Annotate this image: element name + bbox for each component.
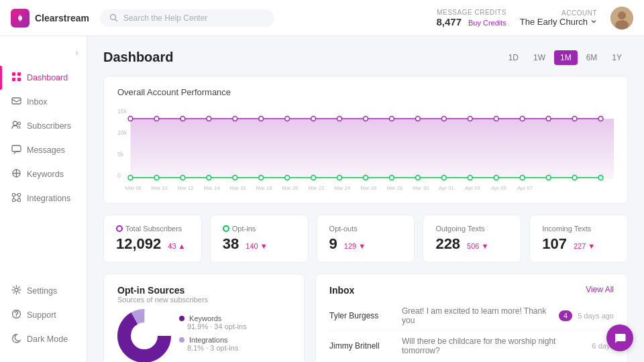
account-name[interactable]: The Early Church — [520, 17, 597, 27]
inbox-icon — [11, 96, 21, 108]
stat-incoming: Incoming Texts 107 227 ▼ — [529, 215, 628, 263]
svg-point-48 — [207, 176, 211, 180]
svg-point-61 — [546, 176, 551, 180]
chat-widget[interactable] — [606, 324, 633, 351]
sidebar-item-subscribers[interactable]: Subscribers — [0, 114, 87, 138]
stat-change-subscribers: 43 ▲ — [168, 242, 185, 250]
view-all-link[interactable]: View All — [586, 285, 614, 294]
svg-point-50 — [259, 176, 264, 180]
svg-rect-7 — [17, 72, 21, 76]
sidebar-item-dashboard[interactable]: Dashboard — [0, 66, 87, 90]
stat-change-outgoing: 506 ▼ — [467, 242, 488, 250]
filter-6m[interactable]: 6M — [580, 50, 604, 65]
svg-text:Apr 01: Apr 01 — [439, 185, 454, 191]
sidebar-label-dark-mode: Dark Mode — [27, 335, 68, 344]
filter-1w[interactable]: 1W — [527, 50, 551, 65]
inbox-message-2[interactable]: Jimmy Britnell Will there be childcare f… — [329, 331, 614, 361]
svg-text:Apr 05: Apr 05 — [491, 185, 507, 191]
stat-outgoing: Outgoing Texts 228 506 ▼ — [423, 215, 521, 263]
performance-chart-section: Overall Account Performance 15k 10k 5k 0 — [103, 76, 628, 204]
opt-in-header: Opt-in Sources Sources of new subscriber… — [117, 285, 290, 304]
sidebar-label-keywords: Keywords — [27, 170, 64, 179]
svg-line-2 — [115, 19, 117, 22]
sidebar-item-dark-mode[interactable]: Dark Mode — [0, 327, 87, 351]
sidebar-label-support: Support — [27, 310, 56, 320]
svg-point-52 — [311, 176, 316, 180]
top-navigation: Clearstream Search the Help Center MESSA… — [0, 0, 644, 36]
inbox-messages: Tyler Burgess Great! I am excited to lea… — [329, 301, 614, 361]
stat-change-incoming: 227 ▼ — [574, 242, 595, 250]
settings-icon — [11, 285, 21, 297]
svg-rect-8 — [12, 78, 15, 81]
sidebar-item-messages[interactable]: Messages — [0, 138, 87, 162]
svg-point-55 — [390, 176, 394, 180]
svg-point-28 — [180, 117, 185, 121]
sidebar-label-inbox: Inbox — [27, 97, 48, 107]
pie-chart-area: Keywords 91.9% · 34 opt-ins Integrations… — [117, 309, 290, 362]
stat-change-optouts: 129 ▼ — [344, 242, 366, 250]
svg-point-62 — [572, 176, 577, 180]
svg-text:Mar 12: Mar 12 — [178, 185, 194, 191]
svg-point-53 — [337, 176, 342, 180]
svg-point-29 — [207, 117, 211, 121]
search-bar[interactable]: Search the Help Center — [100, 9, 274, 27]
svg-text:Apr 03: Apr 03 — [465, 185, 481, 191]
stats-row: Total Subscribers 12,092 43 ▲ Opt-ins 38… — [103, 215, 628, 263]
svg-point-31 — [259, 117, 264, 121]
svg-rect-15 — [12, 194, 15, 196]
svg-text:Mar 22: Mar 22 — [308, 185, 324, 191]
sidebar-label-subscribers: Subscribers — [27, 121, 71, 131]
avatar[interactable] — [610, 7, 633, 29]
main-content: Dashboard 1D 1W 1M 6M 1Y Overall Account… — [87, 36, 644, 362]
svg-text:Mar 28: Mar 28 — [386, 185, 403, 191]
sidebar-label-messages: Messages — [27, 145, 65, 155]
svg-text:Mar 20: Mar 20 — [282, 185, 299, 191]
svg-text:Mar 24: Mar 24 — [334, 185, 351, 191]
svg-point-38 — [441, 117, 446, 121]
msg-badge-1: 4 — [559, 310, 572, 321]
optins-dot — [223, 225, 229, 232]
filter-1m[interactable]: 1M — [554, 50, 578, 65]
credits-value: 8,477 — [436, 16, 462, 27]
svg-point-45 — [128, 176, 133, 180]
svg-point-46 — [154, 176, 159, 180]
buy-credits-link[interactable]: Buy Credits — [468, 19, 506, 27]
sidebar-item-inbox[interactable]: Inbox — [0, 90, 87, 114]
svg-point-34 — [337, 117, 342, 121]
svg-text:Mar 10: Mar 10 — [152, 185, 168, 191]
collapse-icon[interactable]: ‹ — [75, 47, 78, 58]
sidebar-item-settings[interactable]: Settings — [0, 279, 87, 303]
sidebar-label-integrations: Integrations — [27, 194, 70, 203]
svg-point-5 — [615, 20, 629, 29]
stat-value-optouts: 9 — [329, 235, 337, 253]
svg-point-43 — [572, 117, 577, 121]
stat-optins: Opt-ins 38 140 ▼ — [210, 215, 309, 263]
svg-point-60 — [520, 176, 525, 180]
filter-1d[interactable]: 1D — [502, 50, 525, 65]
filter-1y[interactable]: 1Y — [606, 50, 628, 65]
keywords-icon — [11, 168, 21, 180]
opt-in-subtitle: Sources of new subscribers — [117, 296, 208, 304]
sidebar-collapse[interactable]: ‹ — [0, 47, 87, 66]
sidebar-item-integrations[interactable]: Integrations — [0, 186, 87, 210]
svg-point-35 — [364, 117, 368, 121]
subscribers-icon — [11, 120, 21, 132]
svg-point-42 — [546, 117, 551, 121]
svg-text:15k: 15k — [117, 108, 127, 115]
svg-point-1 — [110, 15, 115, 20]
nav-right: MESSAGE CREDITS 8,477 Buy Credits ACCOUN… — [436, 7, 633, 29]
sidebar-bottom: Settings Support Dark Mode — [0, 279, 87, 351]
dashboard-icon — [11, 72, 21, 84]
stat-value-optins: 38 — [223, 235, 239, 253]
sidebar-item-support[interactable]: Support — [0, 303, 87, 327]
app-logo[interactable]: Clearstream — [11, 9, 89, 27]
svg-text:Mar 14: Mar 14 — [204, 185, 221, 191]
stat-label-subscribers: Total Subscribers — [125, 225, 182, 233]
inbox-message-1[interactable]: Tyler Burgess Great! I am excited to lea… — [329, 301, 614, 331]
stat-optouts: Opt-outs 9 129 ▼ — [317, 215, 415, 263]
legend-keywords: Keywords 91.9% · 34 opt-ins — [179, 314, 247, 330]
msg-text-1: Great! I am excited to learn more! Thank… — [402, 306, 553, 325]
stat-label-incoming: Incoming Texts — [542, 225, 591, 233]
sidebar-item-keywords[interactable]: Keywords — [0, 162, 87, 186]
svg-rect-17 — [12, 199, 15, 202]
